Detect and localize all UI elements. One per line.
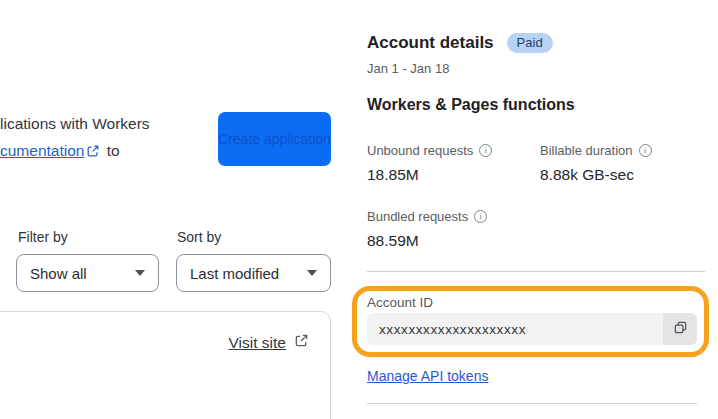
stat-label: Unbound requests i — [367, 143, 492, 158]
stat-unbound-requests: Unbound requests i 18.85M — [367, 143, 492, 184]
intro-line1: lications with Workers — [0, 115, 150, 132]
chevron-down-icon — [135, 270, 145, 276]
stat-value: 88.59M — [367, 232, 487, 250]
account-id-label: Account ID — [367, 295, 433, 310]
account-details-panel: Account details Paid Jan 1 - Jan 18 Work… — [367, 0, 705, 419]
filter-dropdown-value: Show all — [30, 265, 87, 282]
stat-bundled-requests: Bundled requests i 88.59M — [367, 209, 487, 250]
account-details-title: Account details — [367, 33, 494, 53]
stat-label: Billable duration i — [540, 143, 652, 158]
functions-section-title: Workers & Pages functions — [367, 96, 575, 114]
date-range: Jan 1 - Jan 18 — [367, 61, 449, 76]
stat-label: Bundled requests i — [367, 209, 487, 224]
sort-dropdown[interactable]: Last modified — [176, 254, 331, 292]
info-icon[interactable]: i — [474, 210, 487, 223]
external-link-icon — [294, 333, 309, 352]
account-details-header: Account details Paid — [367, 33, 553, 53]
stat-label-text: Unbound requests — [367, 143, 473, 158]
documentation-link[interactable]: cumentation — [0, 142, 84, 159]
info-icon[interactable]: i — [479, 144, 492, 157]
plan-badge: Paid — [507, 33, 553, 53]
create-application-button[interactable]: Create application — [218, 112, 331, 166]
visit-site-row: Visit site — [229, 333, 309, 352]
sort-by-label: Sort by — [177, 229, 221, 245]
copy-icon — [673, 320, 688, 338]
stat-value: 18.85M — [367, 166, 492, 184]
visit-site-link[interactable]: Visit site — [229, 334, 286, 352]
chevron-down-icon — [307, 270, 317, 276]
intro-text: lications with Workers cumentation to — [0, 110, 216, 166]
copy-button[interactable] — [663, 313, 697, 345]
project-card: Visit site — [0, 311, 331, 419]
stat-value: 8.88k GB-sec — [540, 166, 652, 184]
divider — [367, 403, 697, 404]
filter-by-label: Filter by — [18, 229, 68, 245]
sort-dropdown-value: Last modified — [190, 265, 279, 282]
stat-label-text: Bundled requests — [367, 209, 468, 224]
stat-billable-duration: Billable duration i 8.88k GB-sec — [540, 143, 652, 184]
stat-label-text: Billable duration — [540, 143, 633, 158]
divider — [367, 271, 705, 272]
info-icon[interactable]: i — [639, 144, 652, 157]
manage-api-tokens-link[interactable]: Manage API tokens — [367, 368, 488, 384]
filter-dropdown[interactable]: Show all — [16, 254, 159, 292]
account-id-input[interactable] — [367, 313, 663, 345]
intro-line2-suffix: to — [102, 142, 119, 159]
account-id-group — [367, 313, 697, 345]
external-link-icon — [86, 139, 100, 166]
